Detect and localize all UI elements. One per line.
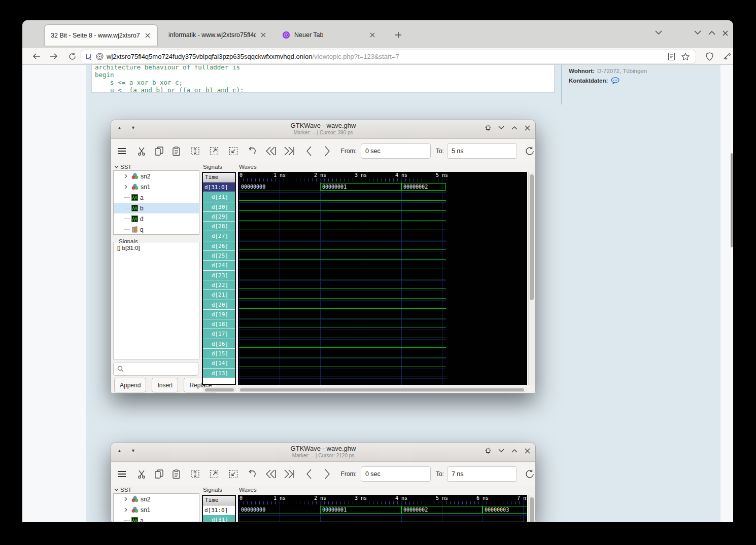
shield-icon[interactable]	[702, 50, 716, 63]
sst-tree-item-sn2[interactable]: sn2	[114, 494, 199, 504]
fit-window-icon[interactable]	[485, 448, 491, 454]
signal-cell-bit[interactable]: d[15]	[203, 349, 235, 358]
sst-tree-item-sn1[interactable]: sn1	[114, 181, 199, 192]
signal-cell-bit[interactable]: d[21]	[203, 290, 235, 300]
to-field[interactable]	[447, 143, 517, 159]
waves-vertical-scrollbar[interactable]	[528, 495, 535, 522]
sst-expander[interactable]: SST	[114, 487, 131, 493]
cut-icon[interactable]	[136, 469, 148, 479]
sst-tree-item-sn2[interactable]: sn2	[114, 171, 199, 181]
paste-icon[interactable]	[171, 469, 182, 479]
titlebar[interactable]: ▲ ▼ GTKWave - wave.ghw Marker: -- | Curs…	[111, 120, 535, 139]
signal-cell-bus[interactable]: d[31:0]	[203, 505, 235, 515]
skip-to-start-icon[interactable]	[265, 469, 276, 479]
shift-left-icon[interactable]	[303, 469, 315, 479]
menu-icon[interactable]	[116, 470, 127, 478]
shift-left-icon[interactable]	[303, 146, 315, 156]
fit-window-icon[interactable]	[485, 125, 491, 131]
undo-icon[interactable]	[247, 147, 258, 156]
signal-cell-bit[interactable]: d[13]	[203, 369, 235, 378]
signal-cell-bit[interactable]: d[27]	[203, 231, 235, 241]
search-result-item[interactable]: [] b[31:0]	[117, 245, 195, 251]
reader-mode-icon[interactable]	[664, 50, 678, 63]
from-field[interactable]	[361, 466, 431, 482]
zoom-in-icon[interactable]	[228, 146, 239, 156]
expander-chevron-icon[interactable]	[124, 174, 130, 178]
signal-search-input[interactable]	[113, 362, 198, 376]
sst-tree-item-sn1[interactable]: sn1	[114, 504, 199, 515]
signal-cell-bit[interactable]: d[17]	[203, 329, 235, 339]
tab-32bit[interactable]: 32 Bit - Seite 8 - www.wj2xtsro7	[44, 24, 158, 46]
close-icon[interactable]	[525, 448, 530, 454]
undo-icon[interactable]	[247, 469, 258, 479]
window-close-button[interactable]	[723, 30, 728, 36]
sst-tree-item-d[interactable]: d	[114, 213, 199, 224]
scrollbar-thumb[interactable]	[205, 388, 234, 391]
copy-icon[interactable]	[153, 147, 164, 156]
signal-cell-bit[interactable]: d[16]	[203, 339, 235, 349]
tab-list-chevron-icon[interactable]	[655, 30, 662, 35]
expander-chevron-icon[interactable]	[124, 507, 130, 512]
signal-cell-bit[interactable]: d[23]	[203, 271, 235, 280]
shift-right-icon[interactable]	[322, 146, 333, 156]
signal-cell-bit[interactable]: d[18]	[203, 319, 235, 329]
wave-canvas[interactable]: 01 ns2 ns3 ns4 ns5 ns0000000000000001000…	[238, 172, 527, 385]
signals-search-list[interactable]: [] b[31:0]	[114, 243, 198, 358]
close-icon[interactable]	[145, 33, 150, 38]
scrollbar-thumb[interactable]	[530, 174, 534, 300]
circuit-display-icon[interactable]	[84, 53, 92, 61]
paste-icon[interactable]	[171, 147, 182, 156]
clear-data-broom-icon[interactable]	[719, 50, 733, 63]
append-button[interactable]: Append	[114, 378, 146, 392]
sst-expander[interactable]: SST	[114, 164, 131, 170]
sst-tree-item-a[interactable]: a	[114, 192, 199, 203]
signals-horizontal-scrollbar[interactable]	[203, 387, 236, 392]
sst-tree-item-a[interactable]: a	[114, 515, 199, 522]
zoom-out-icon[interactable]	[209, 146, 220, 156]
url-bar[interactable]: wj2xtsro75fl4q5mo724fudy375vblpqfai3pzp6…	[81, 50, 696, 63]
waves-horizontal-scrollbar[interactable]	[238, 387, 527, 392]
minimize-button[interactable]	[694, 30, 701, 35]
signal-cell-bit[interactable]: d[31]	[203, 192, 235, 202]
reload-waves-icon[interactable]	[524, 146, 535, 157]
to-field[interactable]	[447, 466, 517, 482]
waves-vertical-scrollbar[interactable]	[528, 172, 535, 385]
maximize-icon[interactable]	[511, 449, 518, 453]
zoom-fit-icon[interactable]	[190, 146, 201, 156]
back-icon[interactable]	[29, 50, 44, 63]
menu-icon[interactable]	[116, 148, 127, 155]
signal-cell-bit[interactable]: d[19]	[203, 310, 235, 319]
skip-to-end-icon[interactable]	[283, 469, 294, 479]
scrollbar-thumb[interactable]	[240, 388, 524, 391]
signal-cell-bus[interactable]: d[31:0]	[203, 183, 235, 192]
expander-chevron-icon[interactable]	[124, 185, 130, 189]
new-tab-button[interactable]	[395, 31, 402, 39]
bookmark-star-icon[interactable]	[678, 50, 693, 63]
copy-icon[interactable]	[153, 469, 164, 479]
sst-tree-item-b[interactable]: b	[114, 203, 199, 213]
close-icon[interactable]	[370, 32, 375, 38]
signal-cell-bit[interactable]: d[24]	[203, 261, 235, 270]
close-icon[interactable]	[525, 125, 530, 131]
cut-icon[interactable]	[136, 147, 148, 156]
skip-to-start-icon[interactable]	[265, 146, 276, 156]
reload-icon[interactable]	[65, 50, 79, 63]
maximize-button[interactable]	[708, 30, 715, 35]
sst-tree-item-q[interactable]: q	[114, 224, 199, 235]
tab-neuer-tab[interactable]: Neuer Tab	[276, 24, 384, 46]
signal-cell-bit[interactable]: d[14]	[203, 358, 235, 368]
close-icon[interactable]	[261, 32, 266, 38]
signal-cell-bit[interactable]: d[26]	[203, 241, 235, 251]
scrollbar-thumb[interactable]	[530, 497, 534, 522]
signal-cell-bit[interactable]: d[25]	[203, 251, 235, 261]
tab-informatik[interactable]: informatik - www.wj2xtsro75fl4q	[162, 24, 270, 46]
signal-cell-bit[interactable]: d[30]	[203, 202, 235, 212]
insert-button[interactable]: Insert	[152, 378, 178, 392]
signal-cell-bit[interactable]: d[29]	[203, 212, 235, 222]
signal-cell-bit[interactable]: d[22]	[203, 280, 235, 290]
maximize-icon[interactable]	[511, 126, 518, 130]
page-scrollbar[interactable]	[731, 153, 733, 247]
shift-right-icon[interactable]	[322, 469, 333, 479]
signal-name-column[interactable]: Time d[31:0]d[31]d[30]d[29]d[28]d[27]d[2…	[202, 172, 236, 385]
expander-chevron-icon[interactable]	[124, 497, 130, 501]
